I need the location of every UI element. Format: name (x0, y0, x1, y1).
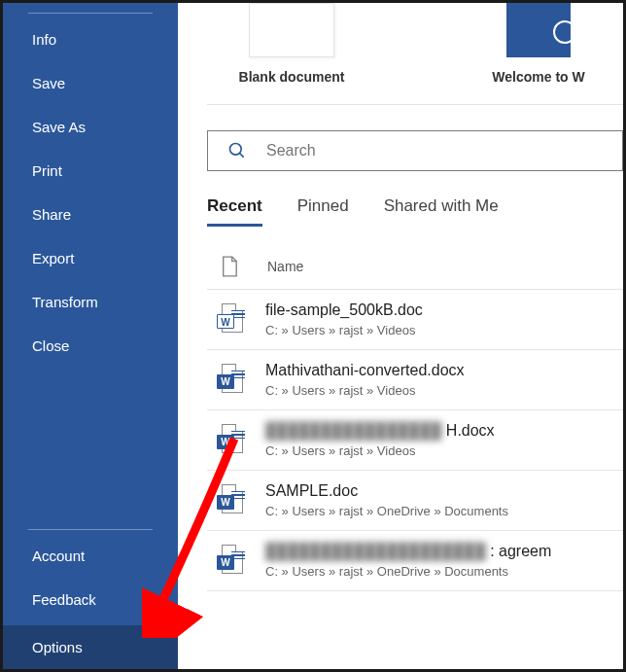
tab-shared-with-me[interactable]: Shared with Me (384, 196, 499, 227)
tab-pinned[interactable]: Pinned (297, 196, 349, 227)
template-label: Blank document (239, 69, 345, 85)
file-path: C: » Users » rajst » Videos (265, 323, 423, 337)
file-path: C: » Users » rajst » Videos (265, 443, 495, 458)
nav-export[interactable]: Export (3, 236, 178, 280)
file-name: file-sample_500kB.doc (265, 301, 423, 319)
svg-point-0 (230, 144, 242, 156)
file-path: C: » Users » rajst » OneDrive » Document… (265, 564, 551, 579)
file-row[interactable]: W████████████████ H.docxC: » Users » raj… (207, 410, 623, 471)
template-thumb-welcome (506, 3, 571, 57)
file-row[interactable]: W████████████████████ : agreemC: » Users… (207, 531, 623, 591)
template-thumb-blank (249, 3, 334, 57)
word-file-icon: W (217, 424, 244, 457)
file-path: C: » Users » rajst » OneDrive » Document… (265, 504, 508, 518)
file-name: SAMPLE.doc (265, 482, 508, 500)
nav-info[interactable]: Info (3, 18, 178, 61)
search-input[interactable] (266, 142, 610, 159)
column-name-header: Name (267, 259, 303, 274)
tab-recent[interactable]: Recent (207, 196, 262, 227)
file-tabs: Recent Pinned Shared with Me (207, 196, 623, 227)
nav-share[interactable]: Share (3, 193, 178, 236)
word-file-icon: W (217, 545, 244, 578)
file-name: ████████████████ H.docx (265, 422, 495, 440)
file-name: Mathivathani-converted.docx (265, 362, 465, 379)
nav-close[interactable]: Close (3, 324, 178, 368)
search-box[interactable] (207, 130, 623, 171)
backstage-sidebar: Info Save Save As Print Share Export Tra… (3, 3, 178, 669)
file-row[interactable]: Wfile-sample_500kB.docC: » Users » rajst… (207, 290, 623, 350)
nav-options[interactable]: Options (3, 625, 178, 669)
file-name: ████████████████████ : agreem (265, 543, 551, 560)
file-row[interactable]: WSAMPLE.docC: » Users » rajst » OneDrive… (207, 471, 623, 531)
template-welcome[interactable]: Welcome to W (464, 3, 613, 85)
template-blank-document[interactable]: Blank document (217, 3, 366, 85)
recent-file-list: Wfile-sample_500kB.docC: » Users » rajst… (207, 290, 623, 591)
template-gallery: Blank document Welcome to W (207, 3, 623, 104)
document-icon (221, 256, 238, 277)
nav-feedback[interactable]: Feedback (3, 578, 178, 621)
nav-print[interactable]: Print (3, 149, 178, 193)
nav-transform[interactable]: Transform (3, 280, 178, 324)
word-file-icon: W (217, 303, 244, 336)
word-file-icon: W (217, 364, 244, 397)
template-label: Welcome to W (492, 69, 584, 85)
file-path: C: » Users » rajst » Videos (265, 383, 465, 398)
nav-save[interactable]: Save (3, 61, 178, 105)
svg-line-1 (240, 154, 244, 158)
nav-save-as[interactable]: Save As (3, 105, 178, 149)
content-area: Blank document Welcome to W Recent Pinne… (178, 3, 623, 669)
word-file-icon: W (217, 484, 244, 517)
file-row[interactable]: WMathivathani-converted.docxC: » Users »… (207, 350, 623, 410)
file-list-header[interactable]: Name (207, 248, 623, 290)
search-icon (227, 141, 247, 160)
section-divider (207, 104, 623, 105)
sidebar-divider-top (28, 13, 153, 14)
sidebar-divider-bottom (28, 529, 153, 530)
nav-account[interactable]: Account (3, 534, 178, 578)
